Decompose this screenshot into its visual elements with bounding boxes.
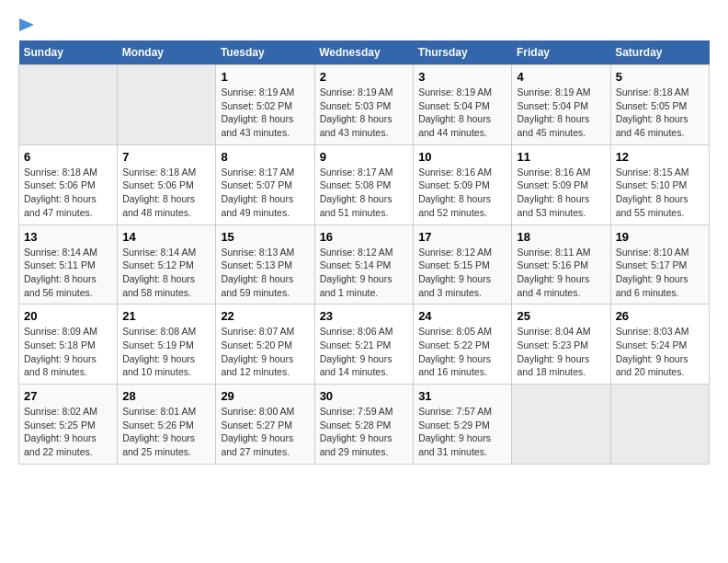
calendar-cell: 6Sunrise: 8:18 AM Sunset: 5:06 PM Daylig… bbox=[19, 144, 118, 224]
day-info: Sunrise: 8:01 AM Sunset: 5:26 PM Dayligh… bbox=[122, 405, 210, 459]
day-info: Sunrise: 8:18 AM Sunset: 5:05 PM Dayligh… bbox=[616, 86, 704, 140]
day-number: 3 bbox=[418, 70, 506, 84]
calendar-cell: 3Sunrise: 8:19 AM Sunset: 5:04 PM Daylig… bbox=[414, 65, 512, 145]
calendar-cell: 10Sunrise: 8:16 AM Sunset: 5:09 PM Dayli… bbox=[414, 144, 512, 224]
day-info: Sunrise: 8:04 AM Sunset: 5:23 PM Dayligh… bbox=[517, 325, 605, 379]
day-number: 9 bbox=[320, 150, 409, 164]
calendar-cell bbox=[19, 65, 118, 145]
day-info: Sunrise: 7:59 AM Sunset: 5:28 PM Dayligh… bbox=[320, 405, 409, 459]
day-info: Sunrise: 8:09 AM Sunset: 5:18 PM Dayligh… bbox=[24, 325, 112, 379]
day-number: 15 bbox=[221, 230, 309, 244]
day-info: Sunrise: 8:08 AM Sunset: 5:19 PM Dayligh… bbox=[122, 325, 210, 379]
weekday-header-monday: Monday bbox=[118, 40, 216, 65]
calendar-cell bbox=[512, 385, 610, 465]
calendar-cell: 16Sunrise: 8:12 AM Sunset: 5:14 PM Dayli… bbox=[314, 224, 414, 304]
logo bbox=[18, 18, 34, 31]
calendar-week-row: 27Sunrise: 8:02 AM Sunset: 5:25 PM Dayli… bbox=[19, 385, 710, 465]
day-info: Sunrise: 8:12 AM Sunset: 5:15 PM Dayligh… bbox=[418, 246, 506, 300]
day-number: 13 bbox=[24, 230, 112, 244]
weekday-header-sunday: Sunday bbox=[19, 40, 118, 65]
weekday-header-friday: Friday bbox=[512, 40, 610, 65]
day-number: 27 bbox=[24, 389, 112, 403]
calendar-week-row: 1Sunrise: 8:19 AM Sunset: 5:02 PM Daylig… bbox=[19, 65, 710, 145]
calendar-table: SundayMondayTuesdayWednesdayThursdayFrid… bbox=[18, 40, 710, 465]
calendar-cell: 24Sunrise: 8:05 AM Sunset: 5:22 PM Dayli… bbox=[414, 304, 512, 385]
calendar-cell: 23Sunrise: 8:06 AM Sunset: 5:21 PM Dayli… bbox=[314, 304, 414, 385]
day-info: Sunrise: 8:15 AM Sunset: 5:10 PM Dayligh… bbox=[616, 166, 704, 220]
weekday-header-tuesday: Tuesday bbox=[216, 40, 314, 65]
day-number: 12 bbox=[616, 150, 704, 164]
day-info: Sunrise: 8:17 AM Sunset: 5:08 PM Dayligh… bbox=[320, 166, 409, 220]
day-number: 7 bbox=[122, 150, 210, 164]
day-number: 5 bbox=[616, 70, 704, 84]
day-info: Sunrise: 8:14 AM Sunset: 5:12 PM Dayligh… bbox=[122, 246, 210, 300]
calendar-cell: 31Sunrise: 7:57 AM Sunset: 5:29 PM Dayli… bbox=[414, 385, 512, 465]
calendar-cell: 19Sunrise: 8:10 AM Sunset: 5:17 PM Dayli… bbox=[610, 224, 709, 304]
day-info: Sunrise: 8:13 AM Sunset: 5:13 PM Dayligh… bbox=[221, 246, 309, 300]
day-number: 19 bbox=[616, 230, 704, 244]
day-info: Sunrise: 8:14 AM Sunset: 5:11 PM Dayligh… bbox=[24, 246, 112, 300]
day-info: Sunrise: 8:02 AM Sunset: 5:25 PM Dayligh… bbox=[24, 405, 112, 459]
calendar-header-row: SundayMondayTuesdayWednesdayThursdayFrid… bbox=[19, 40, 710, 65]
day-number: 25 bbox=[517, 309, 605, 323]
calendar-cell: 22Sunrise: 8:07 AM Sunset: 5:20 PM Dayli… bbox=[216, 304, 314, 385]
day-info: Sunrise: 8:03 AM Sunset: 5:24 PM Dayligh… bbox=[616, 325, 704, 379]
calendar-cell: 12Sunrise: 8:15 AM Sunset: 5:10 PM Dayli… bbox=[610, 144, 709, 224]
day-number: 21 bbox=[122, 309, 210, 323]
calendar-week-row: 20Sunrise: 8:09 AM Sunset: 5:18 PM Dayli… bbox=[19, 304, 710, 385]
day-number: 4 bbox=[517, 70, 605, 84]
day-number: 10 bbox=[418, 150, 506, 164]
calendar-cell: 20Sunrise: 8:09 AM Sunset: 5:18 PM Dayli… bbox=[19, 304, 118, 385]
calendar-cell: 17Sunrise: 8:12 AM Sunset: 5:15 PM Dayli… bbox=[414, 224, 512, 304]
calendar-cell bbox=[610, 385, 709, 465]
day-number: 11 bbox=[517, 150, 605, 164]
calendar-cell: 7Sunrise: 8:18 AM Sunset: 5:06 PM Daylig… bbox=[118, 144, 216, 224]
calendar-cell: 27Sunrise: 8:02 AM Sunset: 5:25 PM Dayli… bbox=[19, 385, 118, 465]
calendar-cell: 8Sunrise: 8:17 AM Sunset: 5:07 PM Daylig… bbox=[216, 144, 314, 224]
day-number: 31 bbox=[418, 389, 506, 403]
day-info: Sunrise: 8:06 AM Sunset: 5:21 PM Dayligh… bbox=[320, 325, 409, 379]
calendar-cell: 28Sunrise: 8:01 AM Sunset: 5:26 PM Dayli… bbox=[118, 385, 216, 465]
page-header bbox=[18, 18, 710, 31]
day-number: 26 bbox=[616, 309, 704, 323]
calendar-cell: 18Sunrise: 8:11 AM Sunset: 5:16 PM Dayli… bbox=[512, 224, 610, 304]
day-number: 24 bbox=[418, 309, 506, 323]
calendar-cell: 4Sunrise: 8:19 AM Sunset: 5:04 PM Daylig… bbox=[512, 65, 610, 145]
day-info: Sunrise: 8:16 AM Sunset: 5:09 PM Dayligh… bbox=[517, 166, 605, 220]
calendar-week-row: 13Sunrise: 8:14 AM Sunset: 5:11 PM Dayli… bbox=[19, 224, 710, 304]
day-number: 18 bbox=[517, 230, 605, 244]
day-info: Sunrise: 8:19 AM Sunset: 5:04 PM Dayligh… bbox=[418, 86, 506, 140]
day-number: 17 bbox=[418, 230, 506, 244]
calendar-cell: 15Sunrise: 8:13 AM Sunset: 5:13 PM Dayli… bbox=[216, 224, 314, 304]
calendar-cell: 30Sunrise: 7:59 AM Sunset: 5:28 PM Dayli… bbox=[314, 385, 414, 465]
calendar-cell: 29Sunrise: 8:00 AM Sunset: 5:27 PM Dayli… bbox=[216, 385, 314, 465]
calendar-cell: 2Sunrise: 8:19 AM Sunset: 5:03 PM Daylig… bbox=[314, 65, 414, 145]
day-info: Sunrise: 8:16 AM Sunset: 5:09 PM Dayligh… bbox=[418, 166, 506, 220]
day-info: Sunrise: 8:00 AM Sunset: 5:27 PM Dayligh… bbox=[221, 405, 309, 459]
calendar-week-row: 6Sunrise: 8:18 AM Sunset: 5:06 PM Daylig… bbox=[19, 144, 710, 224]
weekday-header-wednesday: Wednesday bbox=[314, 40, 414, 65]
day-number: 6 bbox=[24, 150, 112, 164]
calendar-cell bbox=[118, 65, 216, 145]
day-info: Sunrise: 8:10 AM Sunset: 5:17 PM Dayligh… bbox=[616, 246, 704, 300]
day-number: 14 bbox=[122, 230, 210, 244]
calendar-cell: 14Sunrise: 8:14 AM Sunset: 5:12 PM Dayli… bbox=[118, 224, 216, 304]
svg-marker-0 bbox=[19, 18, 34, 31]
day-info: Sunrise: 8:17 AM Sunset: 5:07 PM Dayligh… bbox=[221, 166, 309, 220]
day-number: 23 bbox=[320, 309, 409, 323]
day-info: Sunrise: 8:19 AM Sunset: 5:04 PM Dayligh… bbox=[517, 86, 605, 140]
day-number: 16 bbox=[320, 230, 409, 244]
calendar-cell: 9Sunrise: 8:17 AM Sunset: 5:08 PM Daylig… bbox=[314, 144, 414, 224]
day-info: Sunrise: 8:18 AM Sunset: 5:06 PM Dayligh… bbox=[122, 166, 210, 220]
calendar-cell: 25Sunrise: 8:04 AM Sunset: 5:23 PM Dayli… bbox=[512, 304, 610, 385]
day-info: Sunrise: 8:18 AM Sunset: 5:06 PM Dayligh… bbox=[24, 166, 112, 220]
day-info: Sunrise: 7:57 AM Sunset: 5:29 PM Dayligh… bbox=[418, 405, 506, 459]
day-number: 1 bbox=[221, 70, 309, 84]
day-info: Sunrise: 8:19 AM Sunset: 5:02 PM Dayligh… bbox=[221, 86, 309, 140]
calendar-cell: 1Sunrise: 8:19 AM Sunset: 5:02 PM Daylig… bbox=[216, 65, 314, 145]
day-number: 28 bbox=[122, 389, 210, 403]
weekday-header-thursday: Thursday bbox=[414, 40, 512, 65]
calendar-cell: 21Sunrise: 8:08 AM Sunset: 5:19 PM Dayli… bbox=[118, 304, 216, 385]
calendar-cell: 26Sunrise: 8:03 AM Sunset: 5:24 PM Dayli… bbox=[610, 304, 709, 385]
logo-arrow-icon bbox=[19, 18, 34, 35]
